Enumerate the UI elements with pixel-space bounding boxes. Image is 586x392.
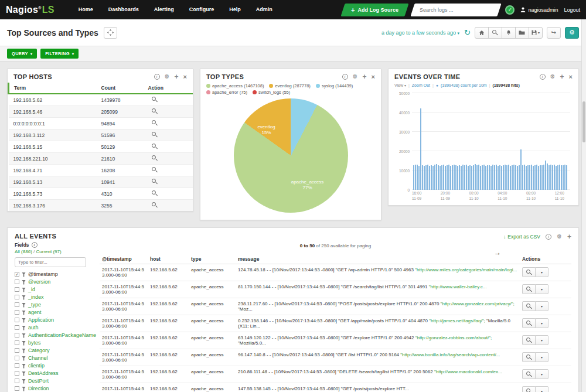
field-checkbox[interactable] xyxy=(15,287,19,292)
page-scrollbar[interactable] xyxy=(581,19,586,392)
legend-item[interactable]: apache_error (75) xyxy=(206,90,247,95)
row-search-button[interactable] xyxy=(522,301,536,311)
zoom-out-button[interactable]: Zoom Out xyxy=(412,83,430,87)
field-checkbox[interactable] xyxy=(15,363,19,368)
next-page-button[interactable]: → xyxy=(494,249,501,256)
field-item[interactable]: clientip xyxy=(15,363,100,370)
info-icon[interactable]: i xyxy=(546,234,551,240)
nagios-logo[interactable]: Nagios®LS xyxy=(6,5,54,15)
message-link[interactable]: "http://www.macdonald.com/ex... xyxy=(434,369,502,374)
field-item[interactable]: _index xyxy=(15,294,100,301)
add-panel-icon[interactable]: + xyxy=(175,73,179,80)
filter-funnel-icon[interactable] xyxy=(22,333,26,338)
row-search-button[interactable] xyxy=(522,386,536,392)
column-header[interactable]: message xyxy=(236,254,520,264)
refresh-icon[interactable]: ↻ xyxy=(464,29,471,36)
nav-item-home[interactable]: Home xyxy=(71,0,101,19)
row-menu-button[interactable]: ▾ xyxy=(535,267,548,277)
row-menu-button[interactable]: ▾ xyxy=(535,352,548,362)
filter-funnel-icon[interactable] xyxy=(22,387,26,391)
field-checkbox[interactable] xyxy=(15,310,19,315)
field-filter-input[interactable] xyxy=(15,257,86,267)
logout-button[interactable]: Logout xyxy=(564,7,580,13)
filter-funnel-icon[interactable] xyxy=(22,349,26,353)
close-panel-icon[interactable]: × xyxy=(569,74,573,80)
field-checkbox[interactable] xyxy=(15,295,19,299)
legend-item[interactable]: eventlog (287778) xyxy=(269,83,310,88)
field-item[interactable]: auth xyxy=(15,325,100,332)
filter-funnel-icon[interactable] xyxy=(22,364,26,369)
close-panel-icon[interactable]: × xyxy=(372,74,375,80)
info-icon[interactable]: i xyxy=(342,74,348,80)
field-item[interactable]: agent xyxy=(15,309,100,316)
message-link[interactable]: "http://www.miles.org/categories/main/ma… xyxy=(415,267,517,272)
column-header[interactable]: host xyxy=(148,254,189,264)
share-dashboard-button[interactable]: ↪ xyxy=(547,27,561,39)
filter-funnel-icon[interactable] xyxy=(22,341,26,346)
field-item[interactable]: bytes xyxy=(15,340,100,347)
add-panel-icon[interactable]: + xyxy=(363,73,367,80)
message-link[interactable]: "http://www.waller-bailey.c... xyxy=(429,284,487,289)
row-menu-button[interactable]: ▾ xyxy=(535,386,548,392)
add-log-source-button[interactable]: +Add Log Source xyxy=(341,4,409,16)
field-checkbox[interactable] xyxy=(15,340,19,345)
field-checkbox[interactable] xyxy=(15,371,19,376)
field-checkbox[interactable] xyxy=(15,386,19,391)
legend-item[interactable]: apache_access (1467108) xyxy=(206,83,264,88)
row-menu-button[interactable]: ▾ xyxy=(535,301,548,311)
column-header[interactable]: @timestamp xyxy=(100,254,148,264)
row-search-button[interactable] xyxy=(522,335,536,345)
all-fields-link[interactable]: All (886) xyxy=(15,249,32,254)
field-item[interactable]: Channel xyxy=(15,355,100,362)
fullscreen-button[interactable] xyxy=(104,27,117,39)
timespan-selector[interactable]: a day ago to a few seconds ago ▾ xyxy=(381,30,459,36)
field-item[interactable]: _id xyxy=(15,287,100,294)
field-checkbox[interactable] xyxy=(15,325,19,330)
column-header[interactable]: Term xyxy=(9,83,97,94)
row-search-button[interactable] xyxy=(522,352,536,362)
close-panel-icon[interactable]: × xyxy=(183,74,187,80)
row-search-button[interactable] xyxy=(522,369,536,379)
nav-item-admin[interactable]: Admin xyxy=(248,0,280,19)
row-search-button[interactable] xyxy=(522,318,536,328)
health-status-icon[interactable]: ✓ xyxy=(505,5,515,15)
field-item[interactable]: _type xyxy=(15,302,100,309)
search-logs-input[interactable] xyxy=(418,6,489,13)
row-menu-button[interactable]: ▾ xyxy=(535,335,548,345)
field-item[interactable]: Application xyxy=(15,317,100,324)
field-checkbox[interactable] xyxy=(15,356,19,360)
search-term-icon[interactable] xyxy=(152,144,158,149)
filter-funnel-icon[interactable] xyxy=(22,371,26,376)
nav-item-help[interactable]: Help xyxy=(222,0,248,19)
alerts-button[interactable] xyxy=(502,27,516,39)
pie-chart[interactable] xyxy=(234,98,348,213)
gear-icon[interactable]: ⚙ xyxy=(353,74,358,80)
gear-icon[interactable]: ⚙ xyxy=(165,74,170,80)
column-header[interactable]: Count xyxy=(97,83,144,94)
filter-funnel-icon[interactable] xyxy=(22,288,26,292)
gear-icon[interactable]: ⚙ xyxy=(557,234,562,240)
nav-item-alerting[interactable]: Alerting xyxy=(146,0,182,19)
search-term-icon[interactable] xyxy=(152,190,158,196)
filter-funnel-icon[interactable] xyxy=(22,311,26,315)
field-item[interactable]: ✓@timestamp xyxy=(15,271,100,278)
legend-item[interactable]: syslog (144439) xyxy=(316,83,353,88)
save-dashboard-button[interactable]: ▾ xyxy=(529,27,543,39)
user-menu[interactable]: nagiosadmin xyxy=(520,7,558,13)
search-term-icon[interactable] xyxy=(152,108,158,114)
column-header[interactable]: Action xyxy=(144,83,193,94)
filter-funnel-icon[interactable] xyxy=(22,303,26,308)
row-search-button[interactable] xyxy=(522,284,536,294)
search-term-icon[interactable] xyxy=(152,132,158,138)
add-panel-icon[interactable]: + xyxy=(567,233,571,240)
message-link[interactable]: "http://www.gonzalez.com/privacy/"; xyxy=(441,301,515,306)
row-menu-button[interactable]: ▾ xyxy=(535,318,548,328)
row-menu-button[interactable]: ▾ xyxy=(535,284,548,294)
message-link[interactable]: "http://james.net/tags/faq/"; xyxy=(429,318,485,323)
series-label[interactable]: (1899438) count per 10m xyxy=(441,83,487,87)
filter-funnel-icon[interactable] xyxy=(22,272,26,277)
field-checkbox[interactable] xyxy=(15,379,19,383)
query-button[interactable]: QUERY ▾ xyxy=(7,49,37,59)
search-term-icon[interactable] xyxy=(152,97,158,103)
filter-funnel-icon[interactable] xyxy=(22,295,26,300)
